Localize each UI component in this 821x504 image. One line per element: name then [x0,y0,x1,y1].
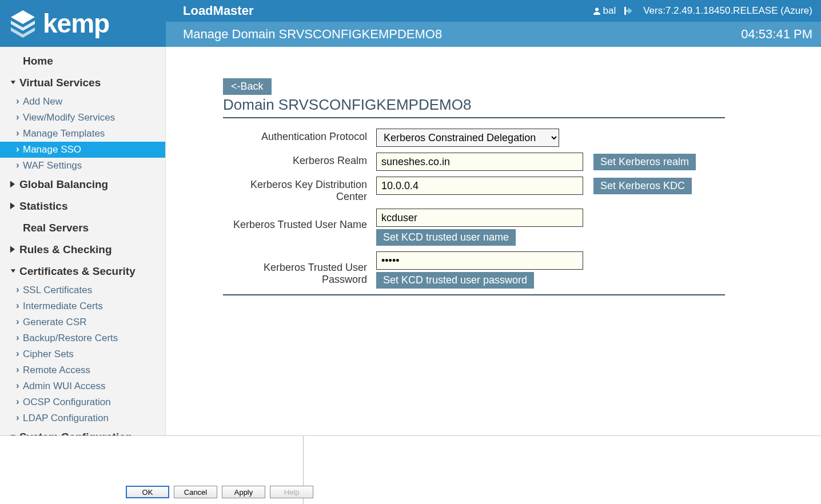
nav-item-waf-settings[interactable]: WAF Settings [0,158,165,174]
page-subtitle: Manage Domain SRVSCONFIGKEMPDEMO8 [183,27,442,42]
nav-item-backup-restore[interactable]: Backup/Restore Certs [0,330,165,346]
help-button: Help [270,486,313,498]
svg-rect-4 [624,7,626,15]
clock: 04:53:41 PM [741,27,812,42]
back-button[interactable]: <-Back [223,78,272,95]
header: kemp LoadMaster bal Vers:7.2.49.1.18450.… [0,0,821,47]
input-user[interactable] [376,209,583,227]
nav-item-add-new[interactable]: Add New [0,94,165,110]
nav-section-global-balancing[interactable]: Global Balancing [0,174,165,195]
nav-section-virtual-services[interactable]: Virtual Services [0,72,165,94]
btn-set-pass[interactable]: Set KCD trusted user password [376,272,534,289]
apply-button[interactable]: Apply [222,486,265,498]
ok-button[interactable]: OK [126,486,169,498]
nav-item-ocsp[interactable]: OCSP Configuration [0,394,165,410]
main-content: <-Back Domain SRVSCONFIGKEMPDEMO8 Authen… [166,47,821,435]
label-pass: Kerberos Trusted User Password [223,251,376,286]
input-realm[interactable] [376,153,583,171]
label-kdc: Kerberos Key Distribution Center [223,177,376,203]
input-kdc[interactable] [376,177,583,195]
nav-item-view-modify[interactable]: View/Modify Services [0,110,165,126]
nav-item-remote-access[interactable]: Remote Access [0,362,165,378]
svg-point-3 [595,8,599,11]
product-title: LoadMaster [183,3,253,18]
btn-set-kdc[interactable]: Set Kerberos KDC [593,178,692,194]
nav-section-statistics[interactable]: Statistics [0,195,165,217]
sidebar: Home Virtual Services Add New View/Modif… [0,47,166,435]
cancel-button[interactable]: Cancel [174,486,217,498]
user-name: bal [603,5,616,17]
btn-set-user[interactable]: Set KCD trusted user name [376,229,516,246]
user-box[interactable]: bal [593,5,616,17]
user-icon [593,7,601,15]
input-pass[interactable] [376,251,583,270]
nav-item-admin-wui[interactable]: Admin WUI Access [0,378,165,394]
divider-bottom [223,294,725,295]
label-realm: Kerberos Realm [223,153,376,167]
nav-item-intermediate-certs[interactable]: Intermediate Certs [0,298,165,314]
nav-section-rules-checking[interactable]: Rules & Checking [0,239,165,261]
nav-section-real-servers[interactable]: Real Servers [0,217,165,239]
nav-item-generate-csr[interactable]: Generate CSR [0,314,165,330]
label-auth-protocol: Authentication Protocol [223,129,376,143]
select-auth-protocol[interactable]: Kerberos Constrained Delegation [376,129,559,147]
kemp-logo-icon [9,9,37,38]
logo: kemp [0,0,166,47]
logout-icon[interactable] [624,6,635,16]
divider [223,117,725,118]
page-title: Domain SRVSCONFIGKEMPDEMO8 [223,96,804,114]
nav-item-cipher-sets[interactable]: Cipher Sets [0,346,165,362]
bottom-bar: OK Cancel Apply Help [0,435,821,504]
nav-item-ssl-certs[interactable]: SSL Certificates [0,282,165,298]
svg-marker-0 [11,10,35,24]
nav-section-system-config[interactable]: System Configuration [0,426,165,435]
version-text: Vers:7.2.49.1.18450.RELEASE (Azure) [643,5,812,17]
nav-section-certificates[interactable]: Certificates & Security [0,261,165,282]
brand-text: kemp [43,8,109,39]
label-user: Kerberos Trusted User Name [223,209,376,231]
nav-home[interactable]: Home [0,50,165,72]
nav-item-ldap[interactable]: LDAP Configuration [0,410,165,426]
nav-item-manage-templates[interactable]: Manage Templates [0,126,165,142]
btn-set-realm[interactable]: Set Kerberos realm [593,154,696,170]
nav-item-manage-sso[interactable]: Manage SSO [0,142,165,158]
